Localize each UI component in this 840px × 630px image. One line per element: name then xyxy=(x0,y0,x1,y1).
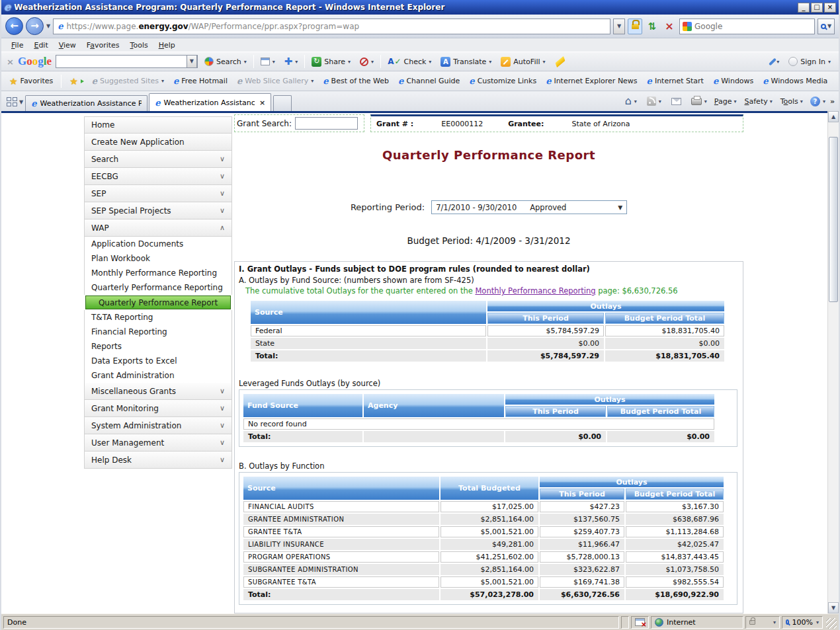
tab-weatherization-assistance-p[interactable]: eWeatherization Assistance P... xyxy=(25,95,147,111)
forward-button[interactable]: → xyxy=(26,17,44,35)
sidebar-item-sep-special-projects[interactable]: SEP Special Projects∨ xyxy=(84,202,232,219)
menu-view[interactable]: View xyxy=(54,40,81,51)
back-button[interactable]: ← xyxy=(5,17,23,35)
google-logo: Google xyxy=(18,55,52,68)
command-tools[interactable]: Tools▾ xyxy=(780,97,803,106)
sidebar-item-eecbg[interactable]: EECBG∨ xyxy=(84,168,232,185)
search-input[interactable] xyxy=(694,22,812,31)
menu-help[interactable]: Help xyxy=(154,40,180,51)
reporting-period-select[interactable]: 7/1/2010 - 9/30/2010 Approved ▼ xyxy=(431,200,627,214)
scroll-down-icon[interactable]: ▼ xyxy=(828,602,839,613)
sidebar-item-help-desk[interactable]: Help Desk∨ xyxy=(84,452,232,469)
favorite-free-hotmail[interactable]: eFree Hotmail xyxy=(173,77,228,85)
sidebar-item-financial-reporting[interactable]: Financial Reporting xyxy=(84,325,232,339)
sidebar-item-reports[interactable]: Reports xyxy=(84,339,232,354)
protected-mode-indicator[interactable]: ▾ xyxy=(745,616,780,629)
translate-button[interactable]: ATranslate▾ xyxy=(438,56,494,68)
printer-icon xyxy=(691,98,702,105)
ie-page-icon: e xyxy=(546,77,551,85)
favorites-button[interactable]: ★Favorites xyxy=(7,75,56,88)
favorite-internet-start[interactable]: eInternet Start xyxy=(647,77,704,85)
grant-search-input[interactable] xyxy=(295,117,358,130)
scrollbar-thumb[interactable] xyxy=(829,137,838,302)
ie-favicon: e xyxy=(31,99,36,108)
home-button[interactable]: ⌂▾ xyxy=(622,95,640,108)
favorite-windows[interactable]: eWindows xyxy=(713,77,753,85)
favorite-suggested-sites[interactable]: eSuggested Sites▾ xyxy=(92,77,164,85)
sidebar-item-system-administration[interactable]: System Administration∨ xyxy=(84,417,232,434)
resize-grip[interactable] xyxy=(826,618,837,629)
sidebar-item-search[interactable]: Search∨ xyxy=(84,151,232,168)
share-button[interactable]: ↻Share▾ xyxy=(309,56,353,68)
sidebar-item-home[interactable]: Home xyxy=(84,116,232,134)
quick-tabs-icon[interactable] xyxy=(7,97,17,106)
search-go-button[interactable]: ▼ xyxy=(818,19,835,34)
monthly-performance-reporting-link[interactable]: Monthly Performance Reporting xyxy=(475,286,595,295)
favorite-web-slice-gallery[interactable]: eWeb Slice Gallery▾ xyxy=(237,77,314,85)
toolbar-settings-button[interactable]: ▾ xyxy=(769,56,782,67)
sidebar-item-user-management[interactable]: User Management∨ xyxy=(84,434,232,452)
menu-favorites[interactable]: Favorites xyxy=(82,40,124,51)
popup-blocker-button[interactable]: ▾ xyxy=(357,56,376,67)
favorite-windows-media[interactable]: eWindows Media xyxy=(763,77,827,85)
favorite-channel-guide[interactable]: eChannel Guide xyxy=(398,77,460,85)
command-page[interactable]: Page▾ xyxy=(714,97,737,106)
sign-in-button[interactable]: Sign In▾ xyxy=(786,56,833,67)
scroll-up-icon[interactable]: ▲ xyxy=(828,111,839,122)
google-icon xyxy=(683,22,692,31)
new-tab-area[interactable] xyxy=(273,95,292,111)
refresh-button[interactable]: ⇅ xyxy=(645,19,659,34)
popup-blocked-indicator[interactable] xyxy=(631,616,649,629)
sidebar-item-wap[interactable]: WAP∧ xyxy=(84,219,232,237)
sidebar-item-quarterly-performance-report[interactable]: Quarterly Performance Report xyxy=(85,295,231,309)
google-search-button[interactable]: Search▾ xyxy=(202,56,249,67)
sidebar-item-miscellaneous-grants[interactable]: Miscellaneous Grants∨ xyxy=(84,383,232,400)
google-search-dropdown-icon[interactable]: ▼ xyxy=(187,55,197,68)
close-tab-icon[interactable]: × xyxy=(259,98,265,107)
help-button[interactable]: ?▾ xyxy=(808,95,828,108)
url-field[interactable]: e https://www.page.energy.gov/WAP/Perfor… xyxy=(53,19,610,34)
autofill-button[interactable]: AutoFill▾ xyxy=(498,56,548,68)
menu-edit[interactable]: Edit xyxy=(29,40,52,51)
menu-tools[interactable]: Tools xyxy=(126,40,153,51)
history-dropdown-icon[interactable]: ▼ xyxy=(46,23,50,29)
read-mail-button[interactable] xyxy=(669,97,684,106)
sidebar-item-sep[interactable]: SEP∨ xyxy=(84,185,232,202)
add-to-favorites-button[interactable]: ★ xyxy=(67,75,87,88)
sidebar-item-grant-administration[interactable]: Grant Administration xyxy=(84,368,232,383)
add-gadget-button[interactable]: ✚▾ xyxy=(282,54,301,69)
favorite-best-of-the-web[interactable]: eBest of the Web xyxy=(323,77,389,85)
scrollbar-track[interactable] xyxy=(828,122,839,602)
sidebar-item-create-new-application[interactable]: Create New Application xyxy=(84,134,232,151)
google-search-input[interactable] xyxy=(56,57,187,66)
sidebar-item-grant-monitoring[interactable]: Grant Monitoring∨ xyxy=(84,400,232,417)
spellcheck-button[interactable]: A✓Check▾ xyxy=(385,56,434,67)
toolbar-close-icon[interactable]: × xyxy=(7,57,14,67)
vertical-scrollbar[interactable]: ▲ ▼ xyxy=(827,111,839,613)
tab-list-dropdown-icon[interactable]: ▼ xyxy=(19,99,23,105)
print-button[interactable]: ▾ xyxy=(689,97,710,106)
command-safety[interactable]: Safety▾ xyxy=(745,97,773,106)
maximize-button[interactable]: □ xyxy=(811,3,823,13)
feeds-button[interactable]: ▾ xyxy=(644,95,664,107)
sidebar-item-monthly-performance-reporting[interactable]: Monthly Performance Reporting xyxy=(84,266,232,280)
menu-file[interactable]: File xyxy=(7,40,28,51)
sidebar-item-application-documents[interactable]: Application Documents xyxy=(84,237,232,251)
favorite-internet-explorer-news[interactable]: eInternet Explorer News xyxy=(546,77,637,85)
sidebar-item-t-ta-reporting[interactable]: T&TA Reporting xyxy=(84,310,232,325)
sidewiki-button[interactable]: ▾ xyxy=(258,56,278,67)
stop-button[interactable]: × xyxy=(662,19,677,34)
highlighter-button[interactable] xyxy=(552,58,568,65)
tab-weatherization-assistanc[interactable]: eWeatherization Assistanc...× xyxy=(149,93,271,111)
sidebar-item-data-exports-to-excel[interactable]: Data Exports to Excel xyxy=(84,354,232,368)
toolbar-overflow-icon[interactable]: » xyxy=(830,97,835,106)
security-lock-button[interactable] xyxy=(628,19,642,34)
sidebar-item-quarterly-performance-reporting[interactable]: Quarterly Performance Reporting xyxy=(84,280,232,295)
url-dropdown-button[interactable]: ▼ xyxy=(613,19,625,34)
sidebar-item-plan-workbook[interactable]: Plan Workbook xyxy=(84,251,232,266)
search-options-icon[interactable]: ▼ xyxy=(827,23,831,29)
zoom-control[interactable]: 100%▾ xyxy=(782,616,823,629)
minimize-button[interactable]: _ xyxy=(798,3,810,13)
close-button[interactable]: × xyxy=(824,3,836,13)
favorite-customize-links[interactable]: eCustomize Links xyxy=(469,77,536,85)
